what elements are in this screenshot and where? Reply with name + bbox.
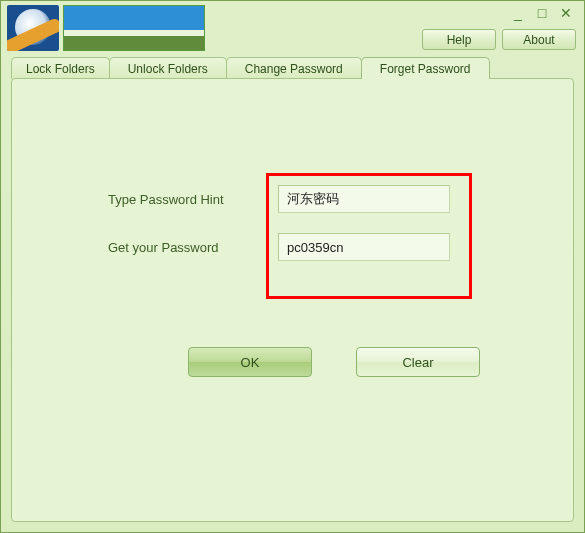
button-row: OK Clear [188,347,480,377]
label-password-hint: Type Password Hint [108,192,278,207]
tab-lock-folders[interactable]: Lock Folders [11,57,110,79]
clear-button[interactable]: Clear [356,347,480,377]
tab-change-password[interactable]: Change Password [226,57,362,79]
logo-banner [63,5,205,51]
row-password-hint: Type Password Hint [108,185,450,213]
window-controls: _ □ ✕ Help About [422,3,580,50]
close-icon[interactable]: ✕ [558,5,574,21]
ok-button[interactable]: OK [188,347,312,377]
input-password-hint[interactable] [278,185,450,213]
tab-unlock-folders[interactable]: Unlock Folders [109,57,227,79]
app-window: _ □ ✕ Help About Lock Folders Unlock Fol… [0,0,585,533]
input-get-password[interactable] [278,233,450,261]
about-button[interactable]: About [502,29,576,50]
app-logo-icon [7,5,59,51]
help-button[interactable]: Help [422,29,496,50]
form-area: Type Password Hint Get your Password [108,185,450,281]
label-get-password: Get your Password [108,240,278,255]
logo-area [5,3,207,53]
tab-content: Type Password Hint Get your Password OK … [11,78,574,522]
maximize-icon[interactable]: □ [534,5,550,21]
minimize-icon[interactable]: _ [510,5,526,21]
titlebar: _ □ ✕ Help About [1,1,584,51]
tabstrip: Lock Folders Unlock Folders Change Passw… [1,55,584,79]
row-get-password: Get your Password [108,233,450,261]
tab-forget-password[interactable]: Forget Password [361,57,490,79]
